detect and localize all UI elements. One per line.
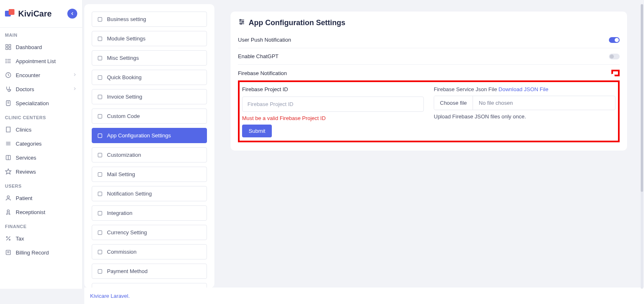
settings-item-icon [97,36,103,42]
user-icon [5,195,12,201]
firebase-json-label: Firebase Service Json File [434,86,497,92]
footer: Kivicare Laravel. [84,288,644,304]
svg-rect-46 [98,250,102,254]
svg-rect-3 [9,45,11,47]
sidebar-item-label: Receptionist [16,209,45,215]
firebase-project-id-input[interactable] [242,97,424,112]
grid-icon [5,44,12,50]
sidebar-item-patient[interactable]: Patient [0,191,82,205]
settings-item-label: Payment Method [107,268,147,274]
settings-item-icon [97,75,103,80]
sidebar-collapse-button[interactable] [67,9,77,19]
sidebar-item-appointment-list[interactable]: Appointment List [0,54,82,68]
settings-item-label: App Configuration Settings [107,132,171,139]
sidebar-item-doctors[interactable]: Doctors [0,82,82,96]
choose-file-button[interactable]: Choose file [434,96,473,110]
svg-rect-1 [9,9,14,15]
sidebar-item-clinics[interactable]: Clinics [0,123,82,137]
settings-item-icon [97,113,103,119]
sidebar-item-tax[interactable]: Tax [0,231,82,245]
download-json-link[interactable]: Download JSON File [499,86,549,92]
sidebar-item-label: Categories [16,141,42,147]
sidebar-item-billing-record[interactable]: Billing Record [0,245,82,259]
sidebar-item-label: Services [16,155,36,161]
settings-item-custom-code[interactable]: Custom Code [92,108,207,124]
sidebar-item-label: Patient [16,195,32,201]
settings-item-icon [97,16,103,22]
sidebar-item-categories[interactable]: Categories [0,137,82,151]
chatgpt-toggle[interactable] [609,54,620,59]
settings-item-currency-setting[interactable]: Currency Setting [92,225,207,240]
svg-rect-34 [98,17,102,21]
sidebar-item-label: Clinics [16,127,31,133]
page-scrollbar[interactable] [641,4,643,289]
building-icon [5,126,12,133]
bill-icon [5,249,12,256]
svg-rect-35 [98,37,102,40]
firebase-project-col: Firebase Project ID Must be a valid Fire… [242,86,424,137]
svg-rect-43 [98,192,102,196]
sidebar-item-receptionist[interactable]: Receptionist [0,205,82,219]
user-push-toggle[interactable] [609,37,620,43]
sidebar-item-reviews[interactable]: Reviews [0,165,82,179]
sidebar-item-label: Tax [16,236,24,242]
sidebar-item-encounter[interactable]: Encounter [0,68,82,82]
app-config-panel: App Configuration Settings User Push Not… [231,12,627,151]
settings-item-module-settings[interactable]: Module Settings [92,31,207,46]
chevron-right-icon [72,86,77,92]
settings-item-misc-settings[interactable]: Misc Settings [92,50,207,66]
svg-rect-40 [98,134,102,137]
logo-row: KiviCare [0,0,82,28]
submit-button[interactable]: Submit [242,125,272,137]
settings-item-quick-booking[interactable]: Quick Booking [92,70,207,85]
settings-item-notification-setting[interactable]: Notification Setting [92,186,207,201]
doc-icon [5,100,12,106]
sidebar-section-header: USERS [0,179,82,191]
sliders-icon [238,18,245,28]
svg-point-55 [242,21,244,23]
sidebar-section-header: CLINIC CENTERS [0,110,82,123]
firebase-label: Firebase Notification [238,70,287,76]
percent-icon [5,235,12,242]
svg-point-11 [6,62,6,63]
clock-icon [5,72,12,78]
file-chosen-status: No file chosen [473,96,615,110]
firebase-json-label-row: Firebase Service Json File Download JSON… [434,86,615,92]
settings-item-business-setting[interactable]: Business setting [92,12,207,27]
brand-logo[interactable]: KiviCare [5,8,52,19]
settings-item-mail-setting[interactable]: Mail Setting [92,167,207,182]
sidebar-item-label: Reviews [16,169,36,175]
settings-item-integration[interactable]: Integration [92,205,207,221]
logo-icon [5,8,16,19]
settings-item-icon [97,191,103,197]
svg-point-9 [6,59,6,59]
settings-item-label: Module Settings [107,35,145,42]
svg-rect-47 [98,269,102,273]
settings-item-label: Invoice Setting [107,94,142,100]
sidebar-item-label: Appointment List [16,58,56,64]
settings-item-invoice-setting[interactable]: Invoice Setting [92,89,207,104]
svg-point-30 [9,239,10,240]
settings-item-label: Mail Setting [107,171,135,177]
svg-rect-42 [98,172,102,176]
footer-link[interactable]: Kivicare Laravel. [90,293,130,299]
sidebar-item-label: Specialization [16,100,49,106]
firebase-form-annotation: Firebase Project ID Must be a valid Fire… [238,80,620,142]
settings-item-customization[interactable]: Customization [92,147,207,163]
svg-rect-17 [6,127,10,132]
settings-item-commission[interactable]: Commission [92,244,207,259]
settings-item-payment-method[interactable]: Payment Method [92,264,207,279]
sidebar-item-label: Encounter [16,72,40,78]
sidebar-item-label: Dashboard [16,44,42,50]
sidebar-item-dashboard[interactable]: Dashboard [0,40,82,54]
settings-item-label: Misc Settings [107,55,139,61]
svg-point-27 [7,210,9,212]
svg-rect-5 [9,47,11,49]
settings-item-label: Currency Setting [107,229,147,236]
settings-item-app-configuration-settings[interactable]: App Configuration Settings [92,128,207,143]
svg-rect-38 [98,95,102,99]
row-user-push: User Push Notification [238,32,620,48]
sidebar-item-specialization[interactable]: Specialization [0,96,82,110]
sidebar-item-services[interactable]: Services [0,151,82,165]
settings-item-label: Custom Code [107,113,140,119]
